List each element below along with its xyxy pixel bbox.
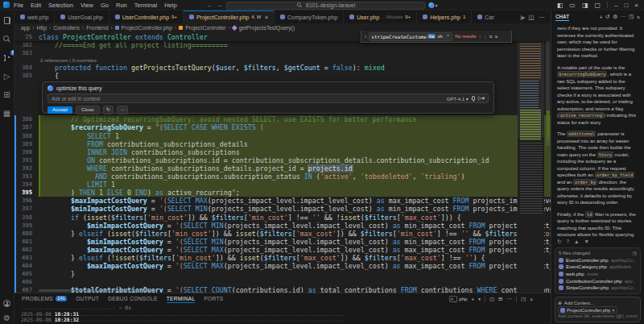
- minimize-button[interactable]: –: [614, 2, 617, 9]
- vertical-scrollbar[interactable]: [544, 41, 551, 293]
- tab-CompanyToken.php[interactable]: CompanyToken.php: [275, 10, 344, 23]
- tab-CartController.php[interactable]: CartController.php: [472, 10, 494, 23]
- chat-history-icon[interactable]: ↺: [605, 14, 610, 20]
- menu-file[interactable]: File: [14, 2, 23, 9]
- whole-word-toggle[interactable]: ab: [436, 34, 444, 39]
- tab-UserGoal.php[interactable]: UserGoal.php: [55, 10, 109, 23]
- regex-toggle[interactable]: .*: [444, 34, 450, 39]
- accounts-icon[interactable]: [2, 299, 12, 308]
- changed-file-row[interactable]: EventController.phpapp/Http/Co...: [559, 257, 637, 264]
- match-case-toggle[interactable]: Aa: [427, 34, 436, 39]
- source-control-icon[interactable]: 5: [2, 53, 12, 62]
- search-icon[interactable]: [2, 35, 12, 44]
- menu-selection[interactable]: Selection: [48, 2, 73, 9]
- chat-more-icon[interactable]: ⋯: [621, 14, 626, 20]
- thumbs-down-icon[interactable]: ▼: [584, 239, 589, 245]
- next-match-icon[interactable]: ↓: [484, 34, 487, 39]
- terminal-dropdown-icon[interactable]: ▾: [478, 297, 481, 301]
- menu-terminal[interactable]: Terminal: [134, 2, 157, 9]
- tab-UserController.php[interactable]: UserController.php9+: [109, 10, 184, 23]
- terminal-profile[interactable]: >_ php: [449, 296, 468, 302]
- toggle-secondary-sidebar-icon[interactable]: ◨: [582, 2, 588, 9]
- thumbs-up-icon[interactable]: ▲: [574, 239, 579, 245]
- close-find-icon[interactable]: ×: [495, 34, 498, 39]
- changed-file-row[interactable]: StripeController.phpapp/Http/Co...: [559, 285, 637, 292]
- extensions-icon[interactable]: ⊞: [2, 90, 12, 99]
- retry-icon[interactable]: ↻: [557, 239, 561, 245]
- new-terminal-icon[interactable]: +: [471, 297, 474, 302]
- close-button[interactable]: ×: [634, 2, 638, 9]
- toggle-primary-sidebar-icon[interactable]: ◧: [557, 2, 564, 9]
- add-context-button[interactable]: ⊕ Add Context...: [558, 299, 638, 306]
- minimap[interactable]: [518, 41, 544, 293]
- command-center-search[interactable]: 8101-design-laravel: [225, 2, 425, 10]
- menu-view[interactable]: View: [80, 2, 93, 9]
- panel-tab-ports[interactable]: PORTS: [204, 296, 223, 302]
- inline-chat-input[interactable]: Ask or edit in context GPT-4.1 ▾ ▷▾: [47, 93, 489, 103]
- panel-tab-terminal[interactable]: TERMINAL: [167, 296, 196, 303]
- testing-icon[interactable]: ▦: [2, 109, 12, 118]
- report-icon[interactable]: ?: [566, 239, 569, 245]
- send-icon[interactable]: ▷▾: [478, 95, 485, 102]
- copilot-menu-button[interactable]: ▾: [428, 2, 437, 8]
- more-options-icon[interactable]: ⋯: [117, 106, 128, 114]
- maximize-panel-icon[interactable]: ◳: [521, 296, 526, 302]
- breadcrumb-item[interactable]: getProjectsTestQuery(): [239, 25, 295, 31]
- changed-file-row[interactable]: web.phproutes: [559, 271, 637, 278]
- changed-file-row[interactable]: ContributionController.phpapp/...: [559, 277, 637, 285]
- codelens[interactable]: 2 references | 0 overrides: [14, 57, 551, 64]
- breadcrumb-item[interactable]: Frontend: [86, 25, 108, 31]
- tab-ProjectController.php[interactable]: ProjectController.php4, M×: [184, 10, 275, 23]
- history-back-icon[interactable]: ←: [206, 2, 213, 9]
- changed-file-row[interactable]: EventCategory.phpapp/Models: [559, 264, 637, 271]
- menu-edit[interactable]: Edit: [31, 2, 41, 9]
- close-button[interactable]: Close: [76, 106, 100, 114]
- chat-input-box[interactable]: ⊕ Add Context... ProjectController.php ×…: [555, 297, 641, 322]
- menu-run[interactable]: Run: [116, 2, 127, 9]
- code-editor[interactable]: 382 //=====End get all project listing==…: [14, 41, 551, 293]
- close-chat-icon[interactable]: ×: [637, 15, 640, 20]
- more-actions-icon[interactable]: ⋯: [507, 296, 513, 302]
- context-chip[interactable]: ProjectController.php ×: [558, 306, 617, 314]
- horizontal-scrollbar[interactable]: [39, 289, 158, 293]
- chat-tab[interactable]: CHAT: [555, 14, 569, 21]
- accept-button[interactable]: Accept: [47, 106, 72, 114]
- tab-web.php[interactable]: web.php: [14, 10, 55, 23]
- run-debug-icon[interactable]: ▷: [2, 72, 12, 81]
- breadcrumb-item[interactable]: Controllers: [53, 25, 80, 31]
- breadcrumb-item[interactable]: Http: [37, 25, 47, 31]
- open-all-edits-icon[interactable]: ◳: [633, 251, 637, 255]
- find-in-selection-icon[interactable]: ≡: [489, 34, 492, 39]
- previous-match-icon[interactable]: ↑: [478, 34, 481, 39]
- toggle-panel-icon[interactable]: ▭: [569, 2, 576, 9]
- maximize-button[interactable]: □: [624, 2, 628, 9]
- panel-tab-problems[interactable]: PROBLEMS241: [22, 296, 67, 302]
- new-chat-icon[interactable]: +: [600, 15, 603, 20]
- menu-help[interactable]: Help: [164, 2, 176, 9]
- tab-Helpers.php[interactable]: Helpers.php1: [417, 10, 472, 23]
- run-php-icon[interactable]: ▷▾: [521, 14, 524, 21]
- split-editor-icon[interactable]: ◫: [528, 14, 534, 21]
- breadcrumb-item[interactable]: ProjectController: [185, 25, 226, 31]
- chat-settings-icon[interactable]: ⚙: [613, 14, 617, 20]
- model-picker[interactable]: GPT-4.1 ▾: [447, 96, 469, 102]
- more-actions-icon[interactable]: ⋯: [539, 14, 546, 21]
- rerun-request-icon[interactable]: ↻: [103, 106, 114, 114]
- panel-tab-debug-console[interactable]: DEBUG CONSOLE: [108, 296, 157, 302]
- close-panel-icon[interactable]: ×: [530, 297, 533, 302]
- panel-tab-output[interactable]: OUTPUT: [76, 296, 99, 302]
- settings-gear-icon[interactable]: ⚙: [2, 314, 12, 322]
- remove-context-icon[interactable]: ×: [612, 308, 614, 313]
- find-input[interactable]: stripeCreateCustomer$1 Aa ab .*: [369, 32, 452, 41]
- split-terminal-icon[interactable]: ◫: [489, 296, 494, 302]
- breadcrumb-item[interactable]: ProjectController.php: [122, 25, 172, 31]
- terminal-output[interactable]: ........................................…: [14, 303, 551, 323]
- find-expand-icon[interactable]: ›: [365, 34, 366, 39]
- explorer-icon[interactable]: [2, 16, 12, 25]
- menu-go[interactable]: Go: [101, 2, 109, 9]
- kill-terminal-icon[interactable]: ⊟: [498, 296, 502, 302]
- microphone-icon[interactable]: [472, 96, 475, 101]
- history-forward-icon[interactable]: →: [216, 2, 222, 9]
- open-chat-in-editor-icon[interactable]: ◳: [629, 14, 634, 20]
- tab-User.php[interactable]: User.php...\Models9+: [344, 10, 417, 23]
